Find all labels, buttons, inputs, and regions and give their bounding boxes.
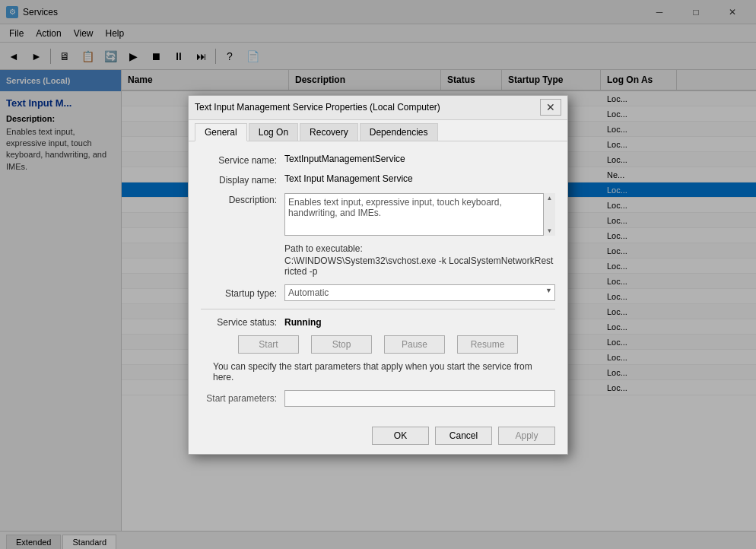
startup-type-label: Startup type: <box>201 287 284 299</box>
tab-recovery[interactable]: Recovery <box>300 123 358 141</box>
dialog-title-bar: Text Input Management Service Properties… <box>189 96 567 120</box>
tab-logon[interactable]: Log On <box>249 123 298 141</box>
scroll-down-icon: ▼ <box>547 227 553 234</box>
startup-type-row: Startup type: AutomaticAutomatic (Delaye… <box>201 284 555 301</box>
start-params-note: You can specify the start parameters tha… <box>201 361 555 382</box>
dialog-close-button[interactable]: ✕ <box>540 99 561 116</box>
scroll-up-icon: ▲ <box>547 195 553 202</box>
modal-overlay: Text Input Management Service Properties… <box>0 0 756 549</box>
service-name-label: Service name: <box>201 154 284 166</box>
tab-general[interactable]: General <box>195 123 247 141</box>
desc-scrollbar: ▲ ▼ <box>543 193 555 236</box>
description-text: Enables text input, expressive input, to… <box>288 197 502 218</box>
path-label: Path to executable: <box>201 243 555 254</box>
service-name-row: Service name: TextInputManagementService <box>201 154 555 166</box>
startup-type-select[interactable]: AutomaticAutomatic (Delayed Start)Manual… <box>284 284 555 301</box>
cancel-button[interactable]: Cancel <box>435 427 492 445</box>
display-name-value: Text Input Management Service <box>284 173 555 184</box>
stop-button[interactable]: Stop <box>311 335 372 354</box>
pause-button[interactable]: Pause <box>384 335 445 354</box>
dialog-title-text: Text Input Management Service Properties… <box>195 102 540 113</box>
service-status-label: Service status: <box>201 317 284 328</box>
properties-dialog: Text Input Management Service Properties… <box>188 95 568 455</box>
tab-dependencies[interactable]: Dependencies <box>360 123 438 141</box>
description-label: Description: <box>201 193 284 205</box>
path-value: C:\WINDOWS\System32\svchost.exe -k Local… <box>201 255 555 277</box>
resume-button[interactable]: Resume <box>457 335 518 354</box>
start-params-row: Start parameters: <box>201 390 555 407</box>
dialog-content: Service name: TextInputManagementService… <box>189 141 567 420</box>
dialog-tabs: General Log On Recovery Dependencies <box>189 120 567 141</box>
service-name-value: TextInputManagementService <box>284 154 555 164</box>
start-params-input[interactable] <box>284 390 555 407</box>
display-name-row: Display name: Text Input Management Serv… <box>201 173 555 186</box>
start-params-label: Start parameters: <box>201 393 284 404</box>
display-name-label: Display name: <box>201 173 284 186</box>
service-status-value: Running <box>284 317 322 328</box>
startup-type-select-wrapper: AutomaticAutomatic (Delayed Start)Manual… <box>284 284 555 301</box>
apply-button[interactable]: Apply <box>498 427 555 445</box>
start-button[interactable]: Start <box>238 335 299 354</box>
description-row: Description: Enables text input, express… <box>201 193 555 236</box>
ok-button[interactable]: OK <box>372 427 429 445</box>
description-box-wrapper: Enables text input, expressive input, to… <box>284 193 555 236</box>
service-control-buttons: Start Stop Pause Resume <box>201 335 555 354</box>
divider <box>201 309 555 309</box>
path-section: Path to executable: C:\WINDOWS\System32\… <box>201 243 555 277</box>
dialog-buttons: OK Cancel Apply <box>189 420 567 454</box>
service-status-row: Service status: Running <box>201 317 555 328</box>
description-box[interactable]: Enables text input, expressive input, to… <box>284 193 555 236</box>
